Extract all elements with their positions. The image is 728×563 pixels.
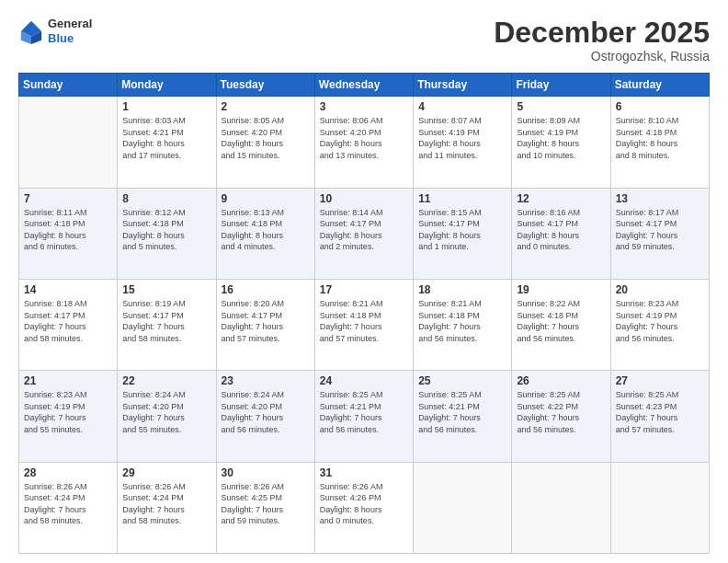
day-number: 24 <box>320 374 408 387</box>
calendar-cell: 11Sunrise: 8:15 AM Sunset: 4:17 PM Dayli… <box>414 188 512 279</box>
calendar-cell: 2Sunrise: 8:05 AM Sunset: 4:20 PM Daylig… <box>216 97 314 188</box>
calendar-cell: 28Sunrise: 8:26 AM Sunset: 4:24 PM Dayli… <box>19 462 118 553</box>
weekday-header-monday: Monday <box>118 74 216 97</box>
day-number: 27 <box>616 374 704 387</box>
calendar-cell: 5Sunrise: 8:09 AM Sunset: 4:19 PM Daylig… <box>512 97 610 188</box>
day-info: Sunrise: 8:09 AM Sunset: 4:19 PM Dayligh… <box>517 115 605 161</box>
day-number: 11 <box>418 192 506 205</box>
calendar-cell: 26Sunrise: 8:25 AM Sunset: 4:22 PM Dayli… <box>512 371 610 462</box>
day-number: 21 <box>24 374 112 387</box>
day-info: Sunrise: 8:12 AM Sunset: 4:18 PM Dayligh… <box>122 207 210 253</box>
calendar-cell: 17Sunrise: 8:21 AM Sunset: 4:18 PM Dayli… <box>314 279 413 370</box>
calendar-cell: 8Sunrise: 8:12 AM Sunset: 4:18 PM Daylig… <box>118 188 216 279</box>
calendar-cell: 29Sunrise: 8:26 AM Sunset: 4:24 PM Dayli… <box>118 462 216 553</box>
day-info: Sunrise: 8:24 AM Sunset: 4:20 PM Dayligh… <box>122 389 210 435</box>
day-number: 4 <box>418 100 506 113</box>
day-number: 17 <box>320 283 408 296</box>
day-number: 6 <box>616 100 704 113</box>
weekday-header-saturday: Saturday <box>610 74 709 97</box>
calendar-cell: 16Sunrise: 8:20 AM Sunset: 4:17 PM Dayli… <box>216 279 314 370</box>
day-number: 19 <box>517 283 605 296</box>
weekday-header-thursday: Thursday <box>414 74 512 97</box>
day-number: 9 <box>222 192 310 205</box>
day-number: 23 <box>222 374 310 387</box>
calendar-cell: 21Sunrise: 8:23 AM Sunset: 4:19 PM Dayli… <box>19 371 118 462</box>
day-info: Sunrise: 8:19 AM Sunset: 4:17 PM Dayligh… <box>122 298 210 344</box>
day-info: Sunrise: 8:24 AM Sunset: 4:20 PM Dayligh… <box>222 389 310 435</box>
day-number: 18 <box>418 283 506 296</box>
logo-text: General Blue <box>48 17 92 45</box>
day-info: Sunrise: 8:26 AM Sunset: 4:24 PM Dayligh… <box>24 481 112 527</box>
day-info: Sunrise: 8:25 AM Sunset: 4:21 PM Dayligh… <box>418 389 506 435</box>
day-number: 1 <box>122 100 210 113</box>
day-info: Sunrise: 8:17 AM Sunset: 4:17 PM Dayligh… <box>616 207 704 253</box>
day-info: Sunrise: 8:06 AM Sunset: 4:20 PM Dayligh… <box>320 115 408 161</box>
calendar-cell: 31Sunrise: 8:26 AM Sunset: 4:26 PM Dayli… <box>314 462 413 553</box>
weekday-header-wednesday: Wednesday <box>314 74 413 97</box>
page: General Blue December 2025 Ostrogozhsk, … <box>0 0 728 563</box>
calendar-cell: 6Sunrise: 8:10 AM Sunset: 4:18 PM Daylig… <box>610 97 709 188</box>
day-number: 7 <box>24 192 112 205</box>
day-number: 2 <box>222 100 310 113</box>
calendar-header-row: SundayMondayTuesdayWednesdayThursdayFrid… <box>19 74 710 97</box>
calendar-cell <box>19 97 118 188</box>
day-info: Sunrise: 8:15 AM Sunset: 4:17 PM Dayligh… <box>418 207 506 253</box>
calendar-cell: 15Sunrise: 8:19 AM Sunset: 4:17 PM Dayli… <box>118 279 216 370</box>
day-info: Sunrise: 8:21 AM Sunset: 4:18 PM Dayligh… <box>320 298 408 344</box>
day-info: Sunrise: 8:25 AM Sunset: 4:21 PM Dayligh… <box>320 389 408 435</box>
day-number: 22 <box>122 374 210 387</box>
day-info: Sunrise: 8:25 AM Sunset: 4:22 PM Dayligh… <box>517 389 605 435</box>
calendar-cell: 25Sunrise: 8:25 AM Sunset: 4:21 PM Dayli… <box>414 371 512 462</box>
day-info: Sunrise: 8:13 AM Sunset: 4:18 PM Dayligh… <box>222 207 310 253</box>
day-number: 10 <box>320 192 408 205</box>
day-number: 25 <box>418 374 506 387</box>
calendar-cell: 7Sunrise: 8:11 AM Sunset: 4:18 PM Daylig… <box>19 188 118 279</box>
calendar-week-row: 14Sunrise: 8:18 AM Sunset: 4:17 PM Dayli… <box>19 279 710 370</box>
day-number: 8 <box>122 192 210 205</box>
calendar-week-row: 1Sunrise: 8:03 AM Sunset: 4:21 PM Daylig… <box>19 97 710 188</box>
day-number: 29 <box>122 466 210 479</box>
day-info: Sunrise: 8:23 AM Sunset: 4:19 PM Dayligh… <box>24 389 112 435</box>
calendar-cell: 27Sunrise: 8:25 AM Sunset: 4:23 PM Dayli… <box>610 371 709 462</box>
calendar-cell: 9Sunrise: 8:13 AM Sunset: 4:18 PM Daylig… <box>216 188 314 279</box>
day-number: 31 <box>320 466 408 479</box>
day-number: 16 <box>222 283 310 296</box>
location: Ostrogozhsk, Russia <box>494 49 710 63</box>
calendar-cell: 12Sunrise: 8:16 AM Sunset: 4:17 PM Dayli… <box>512 188 610 279</box>
day-info: Sunrise: 8:14 AM Sunset: 4:17 PM Dayligh… <box>320 207 408 253</box>
day-number: 3 <box>320 100 408 113</box>
day-number: 28 <box>24 466 112 479</box>
day-info: Sunrise: 8:05 AM Sunset: 4:20 PM Dayligh… <box>222 115 310 161</box>
calendar-cell <box>610 462 709 553</box>
weekday-header-tuesday: Tuesday <box>216 74 314 97</box>
calendar-cell: 18Sunrise: 8:21 AM Sunset: 4:18 PM Dayli… <box>414 279 512 370</box>
logo: General Blue <box>18 17 92 45</box>
calendar-cell <box>512 462 610 553</box>
calendar-cell: 19Sunrise: 8:22 AM Sunset: 4:18 PM Dayli… <box>512 279 610 370</box>
day-number: 5 <box>517 100 605 113</box>
calendar-cell: 24Sunrise: 8:25 AM Sunset: 4:21 PM Dayli… <box>314 371 413 462</box>
calendar-cell: 30Sunrise: 8:26 AM Sunset: 4:25 PM Dayli… <box>216 462 314 553</box>
logo-general-text: General <box>48 17 92 31</box>
day-number: 30 <box>222 466 310 479</box>
day-number: 15 <box>122 283 210 296</box>
calendar-week-row: 28Sunrise: 8:26 AM Sunset: 4:24 PM Dayli… <box>19 462 710 553</box>
calendar-week-row: 7Sunrise: 8:11 AM Sunset: 4:18 PM Daylig… <box>19 188 710 279</box>
day-info: Sunrise: 8:26 AM Sunset: 4:24 PM Dayligh… <box>122 481 210 527</box>
calendar-cell: 14Sunrise: 8:18 AM Sunset: 4:17 PM Dayli… <box>19 279 118 370</box>
day-info: Sunrise: 8:20 AM Sunset: 4:17 PM Dayligh… <box>222 298 310 344</box>
logo-icon <box>18 18 44 44</box>
calendar-cell: 20Sunrise: 8:23 AM Sunset: 4:19 PM Dayli… <box>610 279 709 370</box>
header: General Blue December 2025 Ostrogozhsk, … <box>18 17 710 63</box>
day-info: Sunrise: 8:16 AM Sunset: 4:17 PM Dayligh… <box>517 207 605 253</box>
day-info: Sunrise: 8:10 AM Sunset: 4:18 PM Dayligh… <box>616 115 704 161</box>
day-number: 26 <box>517 374 605 387</box>
day-info: Sunrise: 8:03 AM Sunset: 4:21 PM Dayligh… <box>122 115 210 161</box>
calendar-cell: 22Sunrise: 8:24 AM Sunset: 4:20 PM Dayli… <box>118 371 216 462</box>
day-number: 14 <box>24 283 112 296</box>
day-info: Sunrise: 8:25 AM Sunset: 4:23 PM Dayligh… <box>616 389 704 435</box>
weekday-header-friday: Friday <box>512 74 610 97</box>
day-info: Sunrise: 8:21 AM Sunset: 4:18 PM Dayligh… <box>418 298 506 344</box>
calendar-cell: 4Sunrise: 8:07 AM Sunset: 4:19 PM Daylig… <box>414 97 512 188</box>
calendar-cell <box>414 462 512 553</box>
